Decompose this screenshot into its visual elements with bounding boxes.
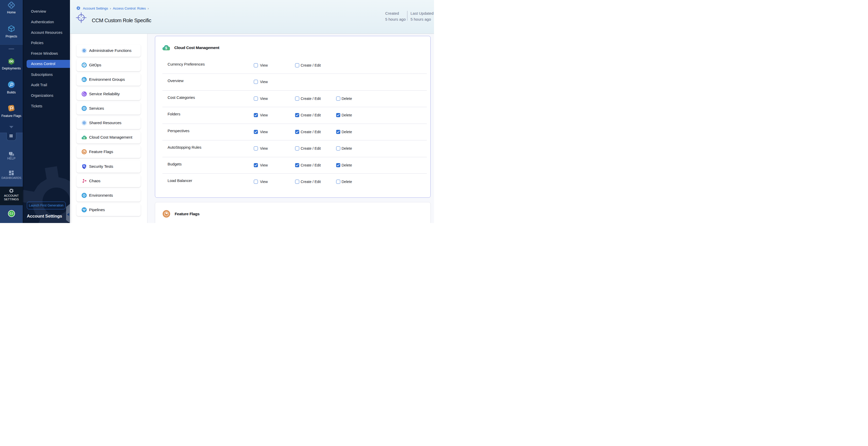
svg-text:$: $ xyxy=(165,46,167,50)
svg-text:$: $ xyxy=(83,136,85,139)
svg-text:?: ? xyxy=(10,152,11,155)
